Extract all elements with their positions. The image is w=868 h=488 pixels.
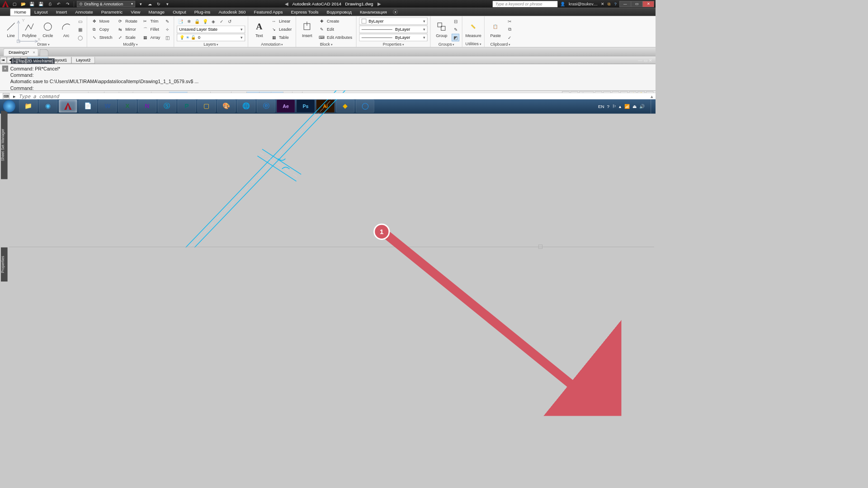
current-layer-dropdown[interactable]: 💡☀🔓0 [177, 34, 245, 42]
explode-icon[interactable]: ✧ [164, 26, 171, 33]
paste-button[interactable]: 📋Paste [487, 21, 504, 38]
layer-off-icon[interactable]: 💡 [202, 18, 209, 25]
panel-title[interactable]: Annotation [251, 41, 293, 47]
undo-icon[interactable]: ↶ [55, 0, 62, 7]
close-tab-icon[interactable]: × [33, 50, 35, 55]
tab-parametric[interactable]: Parametric [97, 9, 127, 16]
circle-button[interactable]: Circle [40, 21, 56, 38]
copy-button[interactable]: ⧉Copy [90, 26, 114, 33]
palette-properties[interactable]: Properties [1, 248, 8, 282]
match-icon[interactable]: ✓ [506, 34, 514, 42]
group-select-icon[interactable]: ◩ [452, 34, 459, 42]
palette-sheet-set[interactable]: Sheet Set Manager [1, 111, 8, 179]
fillet-button[interactable]: ⌒Fillet [141, 26, 161, 33]
ribbon-expand-icon[interactable]: ▾ [393, 9, 398, 14]
workspace-dropdown[interactable]: ⚙Drafting & Annotation [77, 1, 135, 7]
measure-button[interactable]: 📏Measure [465, 21, 481, 38]
tab-layout[interactable]: Layout [30, 9, 52, 16]
edit-button[interactable]: ✎Edit [317, 26, 354, 33]
edit-attributes-button[interactable]: ⌨Edit Attributes [317, 34, 354, 42]
print-icon[interactable]: ⎙ [47, 0, 53, 7]
move-button[interactable]: ✥Move [90, 18, 114, 25]
command-input[interactable] [19, 94, 647, 99]
close-button[interactable]: ✕ [642, 1, 654, 7]
redo-icon[interactable]: ↷ [64, 0, 71, 7]
tab-output[interactable]: Output [169, 9, 190, 16]
draw-hatch-icon[interactable]: ▦ [76, 26, 84, 33]
app-logo-icon[interactable] [2, 0, 9, 7]
trim-button[interactable]: ✂Trim [141, 18, 161, 25]
new-icon[interactable]: ▢ [11, 0, 18, 7]
mirror-button[interactable]: ⇋Mirror [116, 26, 139, 33]
stretch-button[interactable]: ⤡Stretch [90, 34, 114, 42]
minimize-button[interactable]: — [619, 1, 631, 7]
new-doc-tab-button[interactable] [40, 49, 49, 56]
help-icon[interactable]: ? [614, 1, 617, 6]
exchange-icon[interactable]: ✕ [601, 1, 604, 6]
tab-annotate[interactable]: Annotate [71, 9, 97, 16]
layer-state-dropdown[interactable]: Unsaved Layer State [177, 26, 245, 33]
draw-rect-icon[interactable]: ▭ [76, 18, 84, 25]
rotate-button[interactable]: ⟳Rotate [116, 18, 139, 25]
color-dropdown[interactable]: ByLayer [359, 18, 428, 25]
offset-icon[interactable]: ◫ [164, 34, 171, 42]
create-button[interactable]: ✚Create [317, 18, 354, 25]
tab-autodesk360[interactable]: Autodesk 360 [214, 9, 250, 16]
ungroup-icon[interactable]: ⊟ [452, 18, 459, 25]
insert-button[interactable]: Insert [299, 21, 315, 38]
panel-title[interactable]: Groups [434, 41, 459, 47]
tab-view[interactable]: View [127, 9, 144, 16]
tab-featured-apps[interactable]: Featured Apps [250, 9, 287, 16]
linear-button[interactable]: ↔Linear [269, 18, 293, 25]
user-name[interactable]: krasi@tsukev.... [569, 1, 598, 6]
group-button[interactable]: Group [434, 21, 450, 38]
stay-connected-icon[interactable]: ⧉ [608, 1, 611, 6]
erase-icon[interactable]: ✎ [164, 18, 171, 25]
sync-icon[interactable]: ↻ [155, 0, 162, 7]
qat-more-icon[interactable]: ▾ [137, 0, 144, 7]
layer-properties-icon[interactable]: 📑 [177, 18, 184, 25]
draw-ellipse-icon[interactable]: ◯ [76, 34, 84, 42]
panel-title[interactable]: Utilities [465, 41, 481, 47]
leader-button[interactable]: ↘Leader [269, 26, 293, 33]
group-edit-icon[interactable]: ✎ [452, 26, 459, 33]
maximize-button[interactable]: ▭ [631, 1, 643, 7]
scale-button[interactable]: ⤢Scale [116, 34, 139, 42]
tab-insert[interactable]: Insert [52, 9, 71, 16]
help-search-input[interactable]: Type a keyword or phrase [492, 1, 557, 7]
save-icon[interactable]: 💾 [28, 0, 35, 7]
arc-button[interactable]: Arc [58, 21, 74, 38]
command-recent-icon[interactable]: ▴ [651, 94, 653, 99]
array-button[interactable]: ▦Array [141, 34, 161, 42]
cut-icon[interactable]: ✂ [506, 18, 514, 25]
tab-manage[interactable]: Manage [145, 9, 169, 16]
open-icon[interactable]: 📂 [20, 0, 27, 7]
cloud-icon[interactable]: ☁ [146, 0, 153, 7]
panel-title[interactable]: Modify [90, 41, 171, 47]
tab-home[interactable]: Home [10, 9, 30, 16]
layer-isolate-icon[interactable]: ◈ [210, 18, 217, 25]
command-close-icon[interactable]: × [2, 66, 9, 72]
layer-lock-icon[interactable]: 🔒 [193, 18, 201, 25]
layout-nav-first[interactable]: ⏮ [0, 57, 7, 63]
signin-icon[interactable]: 👤 [560, 1, 565, 6]
qat-dropdown-icon[interactable]: ▾ [164, 0, 171, 7]
layer-prev-icon[interactable]: ↺ [226, 18, 234, 25]
lineweight-dropdown[interactable]: ByLayer [359, 26, 428, 33]
table-button[interactable]: ▦Table [269, 34, 293, 42]
linetype-dropdown[interactable]: ByLayer [359, 34, 428, 42]
doc-tab[interactable]: Drawing1*× [4, 48, 38, 56]
command-prompt-icon[interactable]: ⌨ [3, 93, 9, 99]
panel-title[interactable]: Block [299, 41, 354, 47]
panel-title[interactable]: Layers [177, 41, 245, 47]
tab-express-tools[interactable]: Express Tools [287, 9, 322, 16]
layer-freeze-icon[interactable]: ❄ [185, 18, 193, 25]
text-button[interactable]: AText [251, 21, 267, 38]
tab-vodoprovod[interactable]: Водопровод [323, 9, 356, 16]
copy-clip-icon[interactable]: ⧉ [506, 26, 514, 33]
tab-plugins[interactable]: Plug-ins [190, 9, 215, 16]
saveas-icon[interactable]: 💾 [38, 0, 44, 7]
layer-match-icon[interactable]: ✓ [218, 18, 226, 25]
panel-title[interactable]: Properties [359, 41, 428, 47]
tab-kanalizaciya[interactable]: Канализация [356, 9, 391, 16]
